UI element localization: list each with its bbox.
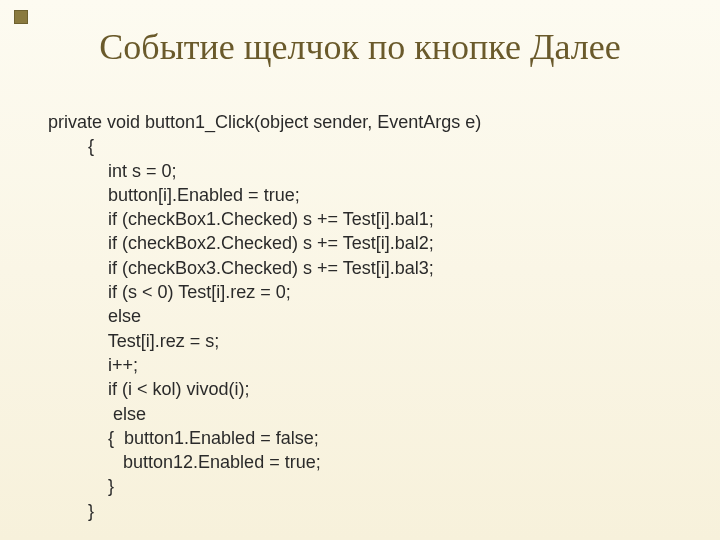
slide-title: Событие щелчок по кнопке Далее — [0, 26, 720, 68]
code-block: private void button1_Click(object sender… — [48, 110, 680, 523]
accent-square-icon — [14, 10, 28, 24]
slide: Событие щелчок по кнопке Далее private v… — [0, 0, 720, 540]
